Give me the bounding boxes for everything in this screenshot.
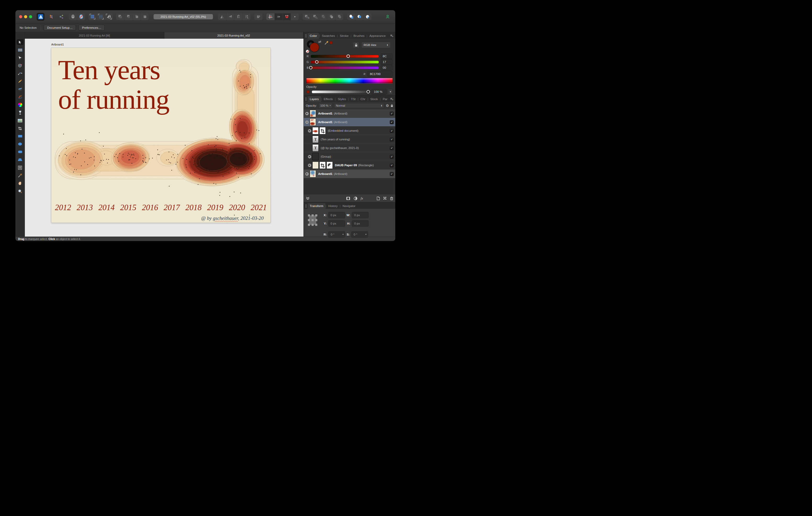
g-slider-track[interactable] (311, 61, 379, 63)
document-title[interactable]: 2021-03 Running Art_v02 (55.3%) (153, 14, 213, 19)
panel-drag-handle[interactable] (305, 34, 307, 38)
ellipse-tool[interactable] (17, 141, 24, 147)
b-slider-track[interactable] (311, 66, 379, 69)
y-input[interactable]: 0 px (328, 220, 345, 226)
node-tool[interactable] (17, 55, 24, 61)
tab-color[interactable]: Color (308, 33, 319, 39)
document-setup-button[interactable]: Document Setup… (44, 25, 76, 31)
tab-swatches[interactable]: Swatches (320, 33, 337, 39)
close-window-button[interactable] (19, 15, 22, 18)
layer-row-2[interactable]: ▼Artboard1 (Artboard)✓ (304, 118, 395, 126)
forward-one-icon[interactable] (133, 13, 141, 20)
w-input[interactable]: 0 px (352, 212, 369, 218)
no-fill-shape-icon[interactable] (77, 13, 85, 20)
tab-layers[interactable]: Layers (308, 96, 321, 102)
layer-settings-gear-icon[interactable]: ⚙ (385, 103, 389, 108)
b-slider-handle[interactable] (309, 66, 313, 69)
artwork-signature[interactable]: @ by gscheithauer, 2021-03-20 (201, 215, 264, 221)
boolean-combine-icon[interactable] (335, 13, 343, 20)
move-to-back-icon[interactable] (116, 13, 124, 20)
r-slider-handle[interactable] (346, 55, 350, 58)
layer-row-8[interactable]: ▶Artboard1 (Artboard)✓ (304, 170, 395, 178)
alignment-icon[interactable] (254, 13, 262, 20)
layer-expand-right-icon[interactable]: ▶ (305, 172, 309, 176)
rotate-ccw-icon[interactable] (234, 13, 242, 20)
persona-pixel-icon[interactable] (47, 13, 55, 20)
layer-expand-right-icon[interactable]: ▶ (308, 129, 311, 132)
rectangle-tool[interactable] (17, 133, 24, 139)
rounded-rectangle-tool[interactable] (17, 149, 24, 155)
b-value-input[interactable]: 00 (381, 65, 393, 70)
new-layer-icon[interactable] (377, 196, 380, 200)
layer-visibility-checkbox[interactable]: ✓ (390, 172, 394, 176)
panel-drag-handle[interactable] (305, 204, 307, 208)
place-image-tool[interactable] (17, 118, 24, 123)
tab-brushes[interactable]: Brushes (351, 33, 367, 39)
layer-row-6[interactable]: ▶(Group)✓ (304, 152, 395, 161)
back-one-icon[interactable] (124, 13, 133, 20)
opacity-slider[interactable] (312, 90, 370, 93)
marquee-shapes-icon[interactable] (105, 13, 113, 20)
new-pixel-layer-icon[interactable] (383, 196, 387, 200)
color-panel-menu-icon[interactable]: ≡ (390, 33, 393, 38)
tab-stroke[interactable]: Stroke (338, 33, 351, 39)
g-slider-handle[interactable] (315, 60, 319, 64)
artboard-tool[interactable] (17, 47, 24, 53)
layer-row-7[interactable]: ▶DAUB Paper 09 (Rectangle)✓ (304, 161, 395, 170)
layer-visibility-checkbox[interactable]: ✓ (390, 155, 394, 159)
panel-drag-handle[interactable] (305, 97, 307, 101)
layers-opacity-select[interactable]: 100 %▾ (318, 103, 332, 108)
mask-layer-icon[interactable] (346, 196, 350, 200)
doc-tab-running-art-m[interactable]: 2021-03 Running Art [M] (25, 32, 164, 39)
flip-horizontal-icon[interactable] (226, 13, 234, 20)
artboard[interactable]: Ten years of running 2012201320142015201… (51, 48, 270, 223)
boolean-divide-icon[interactable] (327, 13, 335, 20)
layer-row-4[interactable]: (Ten years of running)✓ (304, 135, 395, 144)
no-color-swatch[interactable] (306, 50, 309, 53)
color-spectrum-bar[interactable] (306, 78, 393, 84)
tab-styles[interactable]: Styles (336, 96, 348, 102)
collapse-all-icon[interactable] (306, 196, 310, 200)
layer-row-3[interactable]: ▶(Embedded document)✓ (304, 126, 395, 135)
swap-fill-stroke-icon[interactable]: ⇄ (318, 40, 321, 44)
layer-expand-right-icon[interactable]: ▶ (308, 155, 311, 158)
opacity-slider-handle[interactable] (367, 90, 370, 94)
layer-lock-icon[interactable] (390, 104, 393, 107)
year-axis-labels[interactable]: 2012201320142015201620172018201920202021 (51, 203, 270, 212)
vector-brush-tool[interactable] (17, 94, 24, 100)
artwork-title[interactable]: Ten years of running (58, 55, 169, 115)
snapping-dropdown-caret[interactable]: ▾ (291, 13, 299, 20)
insert-inside-icon[interactable] (364, 13, 372, 20)
minimize-window-button[interactable] (24, 15, 27, 18)
doc-tab-running-art-v02[interactable]: 2021-03 Running Art_v02 (164, 32, 304, 39)
corner-tool[interactable] (17, 70, 24, 76)
color-mode-select[interactable]: RGB Hex ▲▼ (361, 42, 390, 48)
shape-tool[interactable] (17, 157, 24, 162)
fill-gradient-tool[interactable] (17, 102, 24, 108)
point-transform-tool[interactable] (17, 63, 24, 68)
rotation-input[interactable]: 0 ° (328, 231, 345, 238)
pen-tool[interactable] (17, 79, 24, 84)
layer-visibility-checkbox[interactable]: ✓ (390, 129, 394, 133)
opacity-value[interactable]: 100 % (372, 89, 387, 95)
zoom-tool[interactable] (17, 188, 24, 194)
boolean-intersect-icon[interactable] (319, 13, 327, 20)
anchor-point-selector[interactable] (308, 214, 318, 226)
tab-transform[interactable]: Transform (308, 203, 325, 209)
account-person-icon[interactable] (383, 13, 392, 20)
layer-row-5[interactable]: (@ by gscheithauer, 2021-0)✓ (304, 144, 395, 152)
tab-appearance[interactable]: Appearance (367, 33, 388, 39)
fill-color-swatch[interactable] (310, 42, 319, 52)
tab-effects[interactable]: Effects (321, 96, 335, 102)
transparency-tool[interactable] (17, 110, 24, 116)
layer-row-1[interactable]: ▶Artboard1 (Artboard)✓ (304, 109, 395, 118)
tab-history[interactable]: History (326, 203, 340, 209)
tab-chr[interactable]: Chr (358, 96, 368, 102)
layer-visibility-checkbox[interactable]: ✓ (390, 112, 394, 116)
adjustment-layer-icon[interactable] (354, 196, 357, 200)
color-picker-icon[interactable] (325, 41, 328, 45)
move-by-whole-pixels-icon[interactable] (274, 13, 283, 20)
canvas-viewport[interactable]: Artboard1 Ten years of running 20 (25, 39, 303, 237)
layer-visibility-checkbox[interactable]: ✓ (390, 120, 394, 124)
insert-behind-icon[interactable] (347, 13, 355, 20)
